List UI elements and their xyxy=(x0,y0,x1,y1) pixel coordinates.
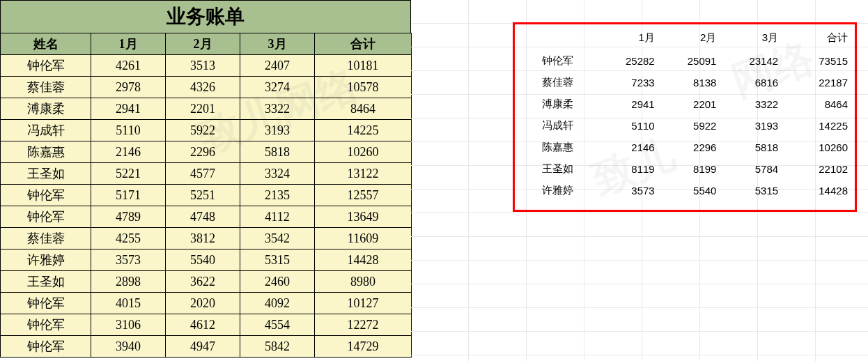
cell-value[interactable]: 5922 xyxy=(662,115,724,137)
table-row[interactable]: 溥康柔2941220133228464 xyxy=(1,98,412,120)
cell-value[interactable]: 3324 xyxy=(240,163,315,185)
cell-value[interactable]: 2941 xyxy=(600,93,662,115)
cell-value[interactable]: 2146 xyxy=(91,141,166,163)
cell-value[interactable]: 2898 xyxy=(91,271,166,293)
cell-value[interactable]: 5251 xyxy=(166,185,240,206)
cell-value[interactable]: 3106 xyxy=(91,314,166,336)
spreadsheet-area[interactable]: 1月 2月 3月 合计 钟伦军25282250912314273515蔡佳蓉72… xyxy=(411,0,868,361)
cell-value[interactable]: 3322 xyxy=(723,93,785,115)
table-row[interactable]: 钟伦军39404947584214729 xyxy=(1,336,412,358)
table-row[interactable]: 钟伦军51715251213512557 xyxy=(1,185,412,206)
cell-value[interactable]: 4015 xyxy=(91,293,166,314)
cell-value[interactable]: 10181 xyxy=(315,55,412,77)
cell-value[interactable]: 3322 xyxy=(240,98,315,120)
cell-value[interactable]: 22102 xyxy=(785,158,855,180)
cell-name[interactable]: 王圣如 xyxy=(1,163,91,185)
cell-value[interactable]: 11609 xyxy=(315,228,412,249)
table-row[interactable]: 冯成轩51105922319314225 xyxy=(515,115,855,137)
cell-value[interactable]: 2296 xyxy=(166,141,240,163)
cell-value[interactable]: 25282 xyxy=(600,50,662,72)
cell-value[interactable]: 8138 xyxy=(662,72,724,93)
cell-name[interactable]: 许雅婷 xyxy=(515,180,600,201)
cell-name[interactable]: 王圣如 xyxy=(515,158,600,180)
cell-value[interactable]: 10127 xyxy=(315,293,412,314)
cell-name[interactable]: 钟伦军 xyxy=(1,55,91,77)
cell-value[interactable]: 5784 xyxy=(723,158,785,180)
cell-value[interactable]: 5315 xyxy=(723,180,785,201)
cell-name[interactable]: 钟伦军 xyxy=(1,185,91,206)
cell-value[interactable]: 3622 xyxy=(166,271,240,293)
cell-name[interactable]: 陈嘉惠 xyxy=(515,137,600,158)
cell-name[interactable]: 王圣如 xyxy=(1,271,91,293)
table-row[interactable]: 钟伦军47894748411213649 xyxy=(1,206,412,228)
cell-value[interactable]: 73515 xyxy=(785,50,855,72)
cell-value[interactable]: 5110 xyxy=(600,115,662,137)
cell-value[interactable]: 4255 xyxy=(91,228,166,249)
table-row[interactable]: 钟伦军42613513240710181 xyxy=(1,55,412,77)
table-row[interactable]: 钟伦军31064612455412272 xyxy=(1,314,412,336)
cell-value[interactable]: 3274 xyxy=(240,77,315,98)
cell-value[interactable]: 2296 xyxy=(662,137,724,158)
cell-name[interactable]: 冯成轩 xyxy=(1,120,91,141)
cell-value[interactable]: 7233 xyxy=(600,72,662,93)
cell-value[interactable]: 10260 xyxy=(785,137,855,158)
cell-value[interactable]: 22187 xyxy=(785,72,855,93)
cell-value[interactable]: 12557 xyxy=(315,185,412,206)
cell-value[interactable]: 3573 xyxy=(600,180,662,201)
cell-value[interactable]: 3542 xyxy=(240,228,315,249)
cell-value[interactable]: 8980 xyxy=(315,271,412,293)
cell-value[interactable]: 2201 xyxy=(662,93,724,115)
cell-value[interactable]: 14428 xyxy=(785,180,855,201)
cell-name[interactable]: 钟伦军 xyxy=(1,206,91,228)
table-row[interactable]: 王圣如2898362224608980 xyxy=(1,271,412,293)
cell-value[interactable]: 5171 xyxy=(91,185,166,206)
cell-name[interactable]: 钟伦军 xyxy=(515,50,600,72)
cell-name[interactable]: 冯成轩 xyxy=(515,115,600,137)
cell-value[interactable]: 6816 xyxy=(723,72,785,93)
cell-name[interactable]: 钟伦军 xyxy=(1,314,91,336)
cell-name[interactable]: 钟伦军 xyxy=(1,336,91,358)
cell-value[interactable]: 5540 xyxy=(662,180,724,201)
cell-name[interactable]: 溥康柔 xyxy=(515,93,600,115)
cell-value[interactable]: 4261 xyxy=(91,55,166,77)
cell-value[interactable]: 5540 xyxy=(166,249,240,271)
cell-value[interactable]: 3193 xyxy=(240,120,315,141)
table-row[interactable]: 冯成轩51105922319314225 xyxy=(1,120,412,141)
cell-value[interactable]: 8464 xyxy=(315,98,412,120)
cell-name[interactable]: 蔡佳蓉 xyxy=(515,72,600,93)
table-row[interactable]: 许雅婷35735540531514428 xyxy=(1,249,412,271)
cell-value[interactable]: 3812 xyxy=(166,228,240,249)
table-row[interactable]: 蔡佳蓉42553812354211609 xyxy=(1,228,412,249)
cell-value[interactable]: 10260 xyxy=(315,141,412,163)
cell-value[interactable]: 8199 xyxy=(662,158,724,180)
cell-value[interactable]: 12272 xyxy=(315,314,412,336)
cell-value[interactable]: 5818 xyxy=(240,141,315,163)
cell-value[interactable]: 2978 xyxy=(91,77,166,98)
cell-value[interactable]: 14225 xyxy=(785,115,855,137)
table-row[interactable]: 陈嘉惠21462296581810260 xyxy=(1,141,412,163)
cell-value[interactable]: 2020 xyxy=(166,293,240,314)
cell-value[interactable]: 4326 xyxy=(166,77,240,98)
cell-value[interactable]: 5221 xyxy=(91,163,166,185)
cell-value[interactable]: 25091 xyxy=(662,50,724,72)
cell-name[interactable]: 溥康柔 xyxy=(1,98,91,120)
cell-value[interactable]: 13649 xyxy=(315,206,412,228)
cell-name[interactable]: 许雅婷 xyxy=(1,249,91,271)
cell-value[interactable]: 3513 xyxy=(166,55,240,77)
cell-value[interactable]: 14225 xyxy=(315,120,412,141)
cell-value[interactable]: 5818 xyxy=(723,137,785,158)
cell-value[interactable]: 23142 xyxy=(723,50,785,72)
cell-value[interactable]: 5922 xyxy=(166,120,240,141)
cell-value[interactable]: 2407 xyxy=(240,55,315,77)
cell-value[interactable]: 3193 xyxy=(723,115,785,137)
cell-value[interactable]: 2460 xyxy=(240,271,315,293)
table-row[interactable]: 王圣如81198199578422102 xyxy=(515,158,855,180)
cell-name[interactable]: 钟伦军 xyxy=(1,293,91,314)
cell-value[interactable]: 4112 xyxy=(240,206,315,228)
cell-value[interactable]: 8464 xyxy=(785,93,855,115)
table-row[interactable]: 蔡佳蓉29784326327410578 xyxy=(1,77,412,98)
cell-value[interactable]: 14428 xyxy=(315,249,412,271)
cell-value[interactable]: 2201 xyxy=(166,98,240,120)
table-row[interactable]: 钟伦军25282250912314273515 xyxy=(515,50,855,72)
cell-value[interactable]: 4947 xyxy=(166,336,240,358)
